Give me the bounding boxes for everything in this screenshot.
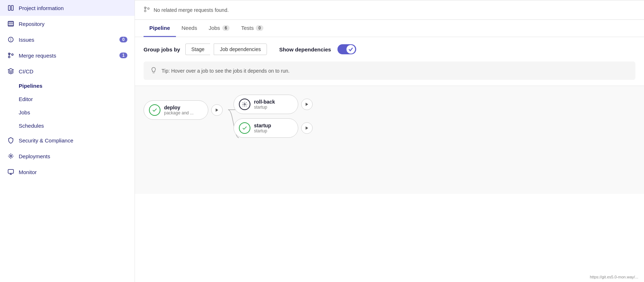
sidebar-subitem-pipelines[interactable]: Pipelines <box>19 79 135 92</box>
deploy-job-info: deploy package and ... <box>164 105 194 115</box>
group-jobs-bar: Group jobs by Stage Job dependencies Sho… <box>135 37 644 62</box>
tab-needs[interactable]: Needs <box>176 20 203 37</box>
svg-point-16 <box>244 104 245 105</box>
show-dependencies-toggle[interactable] <box>337 44 356 54</box>
pipeline-area: deploy package and ... <box>135 86 644 194</box>
tip-box: Tip: Hover over a job to see the jobs it… <box>144 62 635 80</box>
svg-point-5 <box>11 41 11 41</box>
job-card-rollback[interactable]: roll-back startup <box>233 95 298 114</box>
job-node-rollback: roll-back startup <box>233 95 313 114</box>
sidebar-subitem-schedules[interactable]: Schedules <box>19 119 135 132</box>
sidebar-item-monitor[interactable]: Monitor <box>0 164 135 180</box>
tab-jobs-label: Jobs <box>209 25 220 31</box>
job-node-deploy: deploy package and ... <box>144 100 223 120</box>
tab-pipeline[interactable]: Pipeline <box>144 20 176 37</box>
svg-point-12 <box>144 10 146 12</box>
merge-icon <box>7 52 14 59</box>
merge-requests-badge: 1 <box>119 53 127 58</box>
deploy-job-sub: package and ... <box>164 110 194 115</box>
sidebar-subitem-jobs[interactable]: Jobs <box>19 106 135 119</box>
svg-rect-10 <box>8 169 14 173</box>
tab-tests-badge: 0 <box>256 25 263 31</box>
sidebar-item-issues-label: Issues <box>19 37 34 43</box>
tab-tests[interactable]: Tests 0 <box>235 20 269 37</box>
shield-icon <box>7 137 14 144</box>
sidebar-item-security-compliance[interactable]: Security & Compliance <box>0 132 135 148</box>
tab-jobs-badge: 6 <box>222 25 230 31</box>
rollback-job-sub: startup <box>254 105 275 110</box>
sidebar-item-deployments[interactable]: Deployments <box>0 148 135 164</box>
book-icon <box>7 4 14 12</box>
show-deps-label: Show dependencies <box>279 46 331 53</box>
sidebar: Project information Repository Issues 0 … <box>0 0 135 282</box>
sidebar-subitem-pipelines-label: Pipelines <box>19 83 42 89</box>
tabs-container: Pipeline Needs Jobs 6 Tests 0 <box>135 20 644 37</box>
sidebar-item-repository[interactable]: Repository <box>0 16 135 32</box>
rollback-status-icon <box>239 99 250 110</box>
tab-needs-label: Needs <box>182 25 197 31</box>
svg-marker-18 <box>306 127 308 130</box>
toggle-knob <box>346 45 355 54</box>
deploy-icon <box>7 153 14 160</box>
job-card-startup[interactable]: startup startup <box>233 118 298 138</box>
sidebar-item-project-information[interactable]: Project information <box>0 0 135 16</box>
sidebar-item-cicd[interactable]: CI/CD <box>0 63 135 79</box>
no-mr-text: No related merge requests found. <box>154 7 229 13</box>
tip-text: Tip: Hover over a job to see the jobs it… <box>162 68 290 74</box>
group-by-stage-button[interactable]: Stage <box>185 44 210 55</box>
sidebar-item-merge-requests-label: Merge requests <box>19 53 56 59</box>
sidebar-subitem-editor-label: Editor <box>19 96 33 102</box>
svg-marker-15 <box>216 109 218 112</box>
monitor-icon <box>7 168 14 176</box>
tab-jobs[interactable]: Jobs 6 <box>203 20 235 37</box>
group-by-deps-button[interactable]: Job dependencies <box>214 44 267 55</box>
sidebar-item-merge-requests[interactable]: Merge requests 1 <box>0 47 135 63</box>
sidebar-item-project-information-label: Project information <box>19 5 64 11</box>
url-hint: https://git.es5.0-mon.way/... <box>590 275 638 279</box>
cicd-icon <box>7 68 14 75</box>
issues-badge: 0 <box>119 37 127 42</box>
deploy-status-icon <box>149 104 160 116</box>
svg-point-7 <box>8 56 10 58</box>
job-card-deploy[interactable]: deploy package and ... <box>144 100 208 120</box>
svg-point-13 <box>148 8 149 10</box>
cicd-subitems: Pipelines Editor Jobs Schedules <box>0 79 135 132</box>
no-mr-banner: No related merge requests found. <box>135 0 644 20</box>
group-jobs-label: Group jobs by <box>144 46 180 53</box>
repo-icon <box>7 20 14 27</box>
svg-point-9 <box>10 155 12 157</box>
sidebar-item-issues[interactable]: Issues 0 <box>0 32 135 47</box>
deploy-job-name: deploy <box>164 105 194 110</box>
tab-pipeline-label: Pipeline <box>149 25 170 31</box>
sidebar-subitem-jobs-label: Jobs <box>19 109 30 115</box>
sidebar-item-deployments-label: Deployments <box>19 153 50 159</box>
lightbulb-icon <box>150 67 157 75</box>
svg-point-8 <box>12 54 13 56</box>
right-stack: roll-back startup <box>233 95 313 138</box>
pipeline-nodes: deploy package and ... <box>144 95 313 138</box>
merge-icon-banner <box>144 6 150 14</box>
startup-job-info: startup startup <box>254 123 271 133</box>
startup-job-sub: startup <box>254 128 271 133</box>
sidebar-item-repository-label: Repository <box>19 21 45 27</box>
svg-rect-1 <box>12 5 13 10</box>
startup-job-name: startup <box>254 123 271 128</box>
rollback-job-name: roll-back <box>254 99 275 105</box>
tab-tests-label: Tests <box>241 25 254 31</box>
svg-rect-0 <box>8 5 10 10</box>
main-content: No related merge requests found. Pipelin… <box>135 0 644 282</box>
svg-marker-17 <box>306 103 308 106</box>
issues-icon <box>7 36 14 43</box>
startup-play-button[interactable] <box>301 122 313 134</box>
rollback-job-info: roll-back startup <box>254 99 275 110</box>
sidebar-item-monitor-label: Monitor <box>19 169 37 175</box>
sidebar-item-cicd-label: CI/CD <box>19 68 33 74</box>
sidebar-subitem-schedules-label: Schedules <box>19 123 44 129</box>
deploy-play-button[interactable] <box>211 104 223 116</box>
startup-status-icon <box>239 122 250 134</box>
sidebar-subitem-editor[interactable]: Editor <box>19 92 135 106</box>
sidebar-item-security-label: Security & Compliance <box>19 137 73 144</box>
rollback-play-button[interactable] <box>301 99 313 110</box>
job-node-startup: startup startup <box>233 118 313 138</box>
